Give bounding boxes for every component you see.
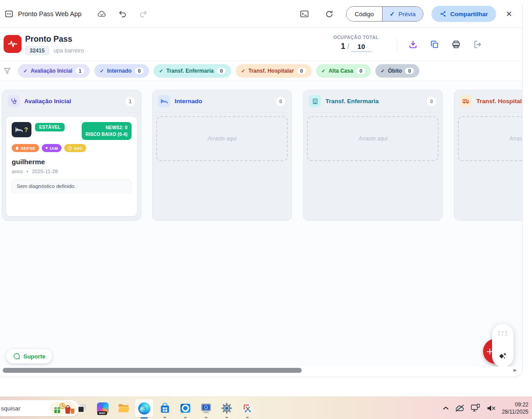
onedrive-paused-icon[interactable]: [455, 404, 465, 412]
filter-chip-transf-hospitalar[interactable]: ✓ Transf. Hospitalar 0: [236, 64, 312, 78]
edge-browser-icon[interactable]: [134, 397, 154, 419]
editor-preview-frame: Pronto Pass Web App Código: [0, 0, 523, 377]
occupancy-total-field[interactable]: 10: [351, 43, 371, 52]
task-view-icon[interactable]: [72, 397, 92, 419]
project-title: Pronto Pass Web App: [18, 10, 82, 17]
filter-chip-obito[interactable]: ✓ Óbito 0: [375, 64, 420, 78]
drop-zone[interactable]: Arraste aqui: [458, 116, 523, 161]
chip-count: 0: [135, 68, 144, 74]
logout-icon[interactable]: [471, 38, 484, 51]
preview-tab[interactable]: ✓ Prévia: [382, 7, 423, 21]
news2-score-badge: NEWS2: 0 RISCO BAIXO (0-4): [82, 122, 132, 140]
share-icon: [440, 10, 447, 17]
copy-icon[interactable]: [428, 38, 441, 51]
code-tab[interactable]: Código: [347, 7, 382, 21]
assistant-widget[interactable]: [492, 324, 514, 367]
unit-name: upa barreiro: [53, 48, 84, 54]
drag-handle-icon[interactable]: [498, 331, 508, 336]
occupancy-label: OCUPAÇÃO TOTAL: [327, 35, 385, 40]
undo-icon[interactable]: [114, 5, 131, 22]
tag-iam: ♥ IAM: [42, 144, 62, 152]
chip-count: 1: [75, 68, 84, 74]
close-icon[interactable]: ✕: [504, 8, 514, 21]
chip-count: 0: [297, 68, 306, 74]
drop-zone[interactable]: Arraste aqui: [307, 116, 439, 161]
check-icon: ✓: [390, 10, 395, 17]
filter-bar: ✓ Avaliação Inicial 1 ✓ Internado 0 ✓ Tr…: [0, 61, 522, 81]
cloud-saved-icon: [93, 5, 110, 22]
flame-icon: [15, 146, 19, 150]
support-button[interactable]: Suporte: [6, 349, 52, 363]
terminal-icon[interactable]: [296, 5, 313, 22]
column-title: Transf. Enfermaria: [325, 98, 422, 105]
chat-bubble-icon: [13, 353, 20, 360]
heart-icon: ♥: [45, 146, 48, 150]
column-title: Transf. Hospitalar: [476, 98, 523, 105]
filter-funnel-icon[interactable]: [3, 66, 12, 75]
bed-status-icon: ?: [12, 122, 31, 137]
app-title: Pronto Pass: [25, 35, 72, 44]
diagnosis-box: Sem diagnóstico definido.: [12, 179, 132, 193]
network-ethernet-icon[interactable]: [470, 404, 480, 413]
code-preview-toggle: Código ✓ Prévia: [346, 6, 423, 22]
editor-top-bar: Pronto Pass Web App Código: [0, 0, 522, 28]
column-internado: Internado 0 Arraste aqui: [152, 90, 292, 221]
occupancy-panel: OCUPAÇÃO TOTAL 1 / 10: [327, 35, 385, 52]
column-transf-hospitalar: Transf. Hospitalar Arraste aqui: [454, 90, 523, 221]
unit-code-badge: 32415: [25, 46, 49, 55]
download-icon[interactable]: [406, 38, 420, 51]
patient-card[interactable]: ? ESTÁVEL NEWS2: 0 RISCO BAIXO (0-4) SEP…: [6, 116, 137, 217]
horizontal-scrollbar: ▶: [0, 367, 522, 374]
tray-chevron-up-icon[interactable]: [443, 406, 449, 410]
filter-chip-internado[interactable]: ✓ Internado 0: [94, 64, 149, 78]
scrollbar-right-arrow[interactable]: ▶: [514, 368, 517, 372]
taskbar-clock[interactable]: 09:22 28/11/2025: [502, 401, 528, 415]
redo-icon[interactable]: [135, 5, 152, 22]
scrollbar-thumb[interactable]: [3, 368, 302, 373]
snipping-tool-icon[interactable]: [237, 397, 258, 419]
sparkle-icon[interactable]: [498, 351, 508, 361]
chip-count: 0: [405, 68, 414, 74]
column-transf-enfermaria: Transf. Enfermaria 0 Arraste aqui: [303, 90, 443, 221]
clock-icon: [68, 146, 72, 150]
windows-taskbar: squisar M365: [0, 397, 532, 419]
filter-chip-transf-enfermaria[interactable]: ✓ Transf. Enfermaria 0: [154, 64, 231, 78]
tag-sepse: SEPSE: [12, 144, 39, 152]
chip-count: 0: [217, 68, 226, 74]
stethoscope-icon: [8, 95, 20, 107]
volume-muted-icon[interactable]: [486, 404, 496, 412]
column-count: 0: [426, 96, 437, 107]
legacy-display-app-icon[interactable]: [196, 397, 216, 419]
building-icon: [309, 95, 321, 107]
refresh-icon[interactable]: [321, 5, 338, 22]
patient-name: guilherme: [12, 158, 132, 166]
tag-avc: AVC: [64, 144, 86, 152]
patient-meta: anos • 2025-11-28: [12, 169, 132, 174]
app-header: Pronto Pass 32415 upa barreiro OCUPAÇÃO …: [0, 28, 522, 61]
settings-gear-icon[interactable]: [216, 397, 237, 419]
outlook-icon[interactable]: [175, 397, 196, 419]
bed-icon: [158, 95, 170, 107]
print-icon[interactable]: [449, 38, 463, 51]
app-logo: [4, 35, 22, 53]
microsoft-store-icon[interactable]: [154, 397, 175, 419]
column-count: 1: [125, 96, 136, 107]
ambulance-icon: [460, 95, 472, 107]
status-badge: ESTÁVEL: [35, 123, 65, 131]
chip-count: 0: [356, 68, 365, 74]
column-avaliacao-inicial: Avaliação Inicial 1 ? ESTÁVEL NEWS2: 0 R…: [2, 90, 141, 221]
taskbar-search-input[interactable]: squisar: [0, 400, 79, 416]
kanban-board: Avaliação Inicial 1 ? ESTÁVEL NEWS2: 0 R…: [0, 81, 522, 367]
app-window-icon: [4, 9, 13, 18]
file-explorer-icon[interactable]: [113, 397, 134, 419]
column-count: 0: [275, 96, 286, 107]
drop-zone[interactable]: Arraste aqui: [156, 116, 288, 161]
header-divider: [397, 39, 397, 51]
filter-chip-avaliacao-inicial[interactable]: ✓ Avaliação Inicial 1: [18, 64, 90, 78]
column-title: Avaliação Inicial: [24, 98, 120, 105]
occupancy-current: 1: [341, 42, 345, 51]
column-title: Internado: [175, 98, 271, 105]
share-button[interactable]: Compartilhar: [431, 6, 496, 22]
filter-chip-alta-casa[interactable]: ✓ Alta Casa 0: [316, 64, 371, 78]
m365-copilot-icon[interactable]: M365: [92, 397, 113, 419]
